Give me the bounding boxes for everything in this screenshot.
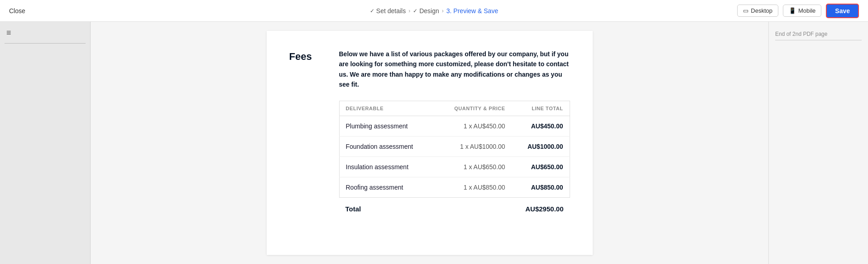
check-icon-1: ✓ [370,8,374,14]
fees-table: DELIVERABLE QUANTITY & PRICE LINE TOTAL … [339,101,570,198]
breadcrumb-label-2: Design [419,7,439,15]
cell-line-total: AU$850.00 [512,177,570,197]
total-row: Total AU$2950.00 [339,198,570,220]
cell-deliverable: Foundation assessment [339,136,435,156]
sidebar-divider [5,43,86,44]
table-row: Foundation assessment 1 x AU$1000.00 AU$… [339,136,570,156]
fees-title: Fees [289,51,326,220]
breadcrumb-step-3: 3. Preview & Save [446,7,498,15]
cell-quantity-price: 1 x AU$850.00 [435,177,511,197]
table-row: Plumbing assessment 1 x AU$450.00 AU$450… [339,116,570,136]
header-deliverable: DELIVERABLE [339,101,435,116]
cell-deliverable: Roofing assessment [339,177,435,197]
arrow-icon-1: › [408,8,410,14]
total-value: AU$2950.00 [525,205,563,213]
table-row: Roofing assessment 1 x AU$850.00 AU$850.… [339,177,570,197]
breadcrumb-step-1: ✓ Set details [370,7,406,15]
desktop-label: Desktop [751,7,772,14]
desktop-button[interactable]: ▭ Desktop [737,5,778,17]
sidebar: ≡ [0,22,91,264]
desktop-icon: ▭ [743,7,748,14]
breadcrumb-label-3: 3. Preview & Save [446,7,498,15]
menu-icon: ≡ [6,28,11,37]
top-bar: Close ✓ Set details › ✓ Design › 3. Prev… [0,0,868,22]
end-page-label: End of 2nd PDF page [775,31,862,37]
table-header-row: DELIVERABLE QUANTITY & PRICE LINE TOTAL [339,101,570,116]
fees-right: Below we have a list of various packages… [339,49,570,220]
main-layout: ≡ Fees Below we have a list of various p… [0,22,868,264]
cell-quantity-price: 1 x AU$450.00 [435,116,511,136]
cell-quantity-price: 1 x AU$650.00 [435,156,511,177]
breadcrumb: ✓ Set details › ✓ Design › 3. Preview & … [370,7,498,15]
fees-layout: Fees Below we have a list of various pac… [289,49,570,220]
top-bar-right: ▭ Desktop 📱 Mobile Save [737,4,859,18]
breadcrumb-label-1: Set details [376,7,406,15]
cell-line-total: AU$1000.00 [512,136,570,156]
check-icon-2: ✓ [413,8,417,14]
document-page: Fees Below we have a list of various pac… [267,31,593,255]
close-button[interactable]: Close [9,7,25,15]
cell-line-total: AU$450.00 [512,116,570,136]
cell-deliverable: Insulation assessment [339,156,435,177]
mobile-icon: 📱 [789,7,796,14]
arrow-icon-2: › [442,8,444,14]
header-line-total: LINE TOTAL [512,101,570,116]
top-bar-left: Close [9,7,25,15]
save-button[interactable]: Save [826,4,859,18]
total-label: Total [345,205,361,213]
header-quantity-price: QUANTITY & PRICE [435,101,511,116]
cell-quantity-price: 1 x AU$1000.00 [435,136,511,156]
cell-deliverable: Plumbing assessment [339,116,435,136]
table-row: Insulation assessment 1 x AU$650.00 AU$6… [339,156,570,177]
cell-line-total: AU$650.00 [512,156,570,177]
right-panel: End of 2nd PDF page [768,22,868,264]
mobile-label: Mobile [798,7,815,14]
end-page-divider [775,40,862,40]
mobile-button[interactable]: 📱 Mobile [783,5,821,17]
fees-description: Below we have a list of various packages… [339,49,570,90]
content-area: Fees Below we have a list of various pac… [91,22,768,264]
breadcrumb-step-2: ✓ Design [413,7,439,15]
sidebar-menu-button[interactable]: ≡ [5,26,13,39]
